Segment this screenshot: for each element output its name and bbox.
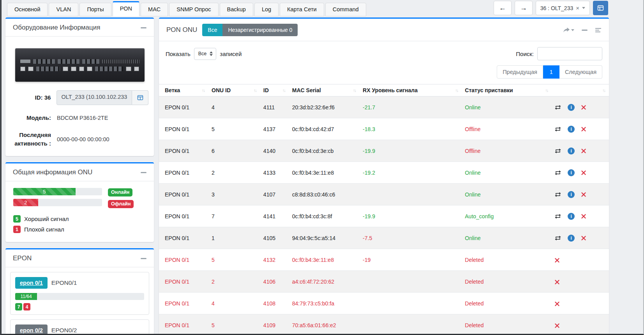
cell-status: Deleted bbox=[462, 293, 552, 314]
tab-log[interactable]: Log bbox=[254, 3, 279, 16]
tab-snmp[interactable]: SNMP Опрос bbox=[169, 3, 218, 16]
epon-0-1-button[interactable]: epon 0/1 bbox=[15, 277, 48, 289]
reregister-icon[interactable] bbox=[555, 105, 561, 110]
header-onu-id[interactable]: ONU ID↑↓ bbox=[208, 84, 260, 96]
cell-mac: 94:04:9c:5c:a5:14 bbox=[289, 227, 360, 249]
bad-signal-label: Плохой сигнал bbox=[24, 226, 64, 233]
cell-id: 4140 bbox=[260, 140, 289, 162]
collapse-icon[interactable] bbox=[582, 30, 588, 31]
device-photo bbox=[5, 37, 154, 90]
clear-icon[interactable]: × bbox=[576, 5, 579, 11]
delete-icon[interactable] bbox=[581, 214, 586, 219]
cell-status: Online bbox=[462, 227, 552, 249]
device-select-value: 36 : OLT_233 bbox=[540, 5, 573, 11]
device-table-button[interactable] bbox=[132, 90, 148, 105]
table-row: EPON 0/1 4 4111 20:3d:b2:32:6e:f6 -21.7 … bbox=[159, 96, 609, 118]
onu-summary-body: 5 2 Онлайн Офлайн bbox=[5, 181, 154, 215]
tab-pon[interactable]: PON bbox=[113, 1, 139, 16]
info-icon[interactable]: i bbox=[568, 213, 575, 220]
header-actions[interactable]: ↑↓ bbox=[552, 84, 609, 96]
delete-icon[interactable] bbox=[555, 258, 559, 263]
collapse-icon[interactable] bbox=[141, 27, 146, 28]
tab-backup[interactable]: Backup bbox=[220, 3, 253, 16]
sort-icon: ↑↓ bbox=[202, 88, 205, 93]
app-window: Основной VLAN Порты PON MAC SNMP Опрос B… bbox=[0, 0, 644, 335]
collapse-icon[interactable] bbox=[141, 258, 146, 259]
delete-icon[interactable] bbox=[581, 170, 586, 175]
table-row: EPON 0/1 3 4107 c8:8d:83:c0:46:c6 Online… bbox=[159, 184, 609, 205]
next-device-button[interactable]: → bbox=[515, 1, 533, 15]
signal-legend: 5 Хороший сигнал 1 Плохой сигнал bbox=[5, 215, 154, 242]
search-input[interactable] bbox=[537, 47, 602, 60]
header-branch[interactable]: Ветка↑↓ bbox=[159, 84, 208, 96]
filter-unregistered-button[interactable]: Незарегистрированные 0 bbox=[222, 24, 298, 36]
tab-vlan[interactable]: VLAN bbox=[49, 3, 78, 16]
pagination-page-1[interactable]: 1 bbox=[543, 65, 559, 79]
cell-rx: -19.2 bbox=[360, 162, 462, 184]
align-left-icon[interactable] bbox=[595, 28, 602, 33]
filter-all-button[interactable]: Все bbox=[202, 24, 222, 36]
tab-ports[interactable]: Порты bbox=[79, 3, 111, 16]
tab-network-map[interactable]: Карта Сети bbox=[280, 3, 324, 16]
header-id[interactable]: ID↑↓ bbox=[260, 84, 289, 96]
reregister-icon[interactable] bbox=[555, 170, 561, 175]
tab-command[interactable]: Command bbox=[325, 3, 366, 16]
tab-mac[interactable]: MAC bbox=[141, 3, 168, 16]
share-dropdown-button[interactable] bbox=[563, 27, 574, 33]
header-status[interactable]: Статус приставки↑↓ bbox=[462, 84, 552, 96]
delete-icon[interactable] bbox=[555, 302, 559, 306]
prev-device-button[interactable]: ← bbox=[494, 1, 512, 15]
device-select[interactable]: 36 : OLT_233 × bbox=[536, 1, 590, 15]
cell-mac: a4:c6:4f:72:20:62 bbox=[289, 271, 360, 293]
pagination: Предыдущая 1 Следующая bbox=[159, 60, 609, 82]
info-icon[interactable]: i bbox=[568, 169, 575, 176]
good-signal-row: 5 Хороший сигнал bbox=[13, 215, 146, 223]
delete-icon[interactable] bbox=[581, 192, 586, 197]
page-title: PON ONU bbox=[166, 26, 197, 34]
cell-rx: -21.7 bbox=[360, 96, 462, 118]
cell-rx: -18.3 bbox=[360, 118, 462, 140]
online-badge: Онлайн bbox=[108, 188, 132, 196]
tab-main[interactable]: Основной bbox=[7, 3, 48, 16]
delete-icon[interactable] bbox=[581, 127, 586, 132]
reregister-icon[interactable] bbox=[555, 148, 561, 154]
delete-icon[interactable] bbox=[581, 105, 586, 110]
cell-onu-id: 4 bbox=[208, 293, 260, 314]
cell-onu-id: 5 bbox=[208, 249, 260, 271]
cell-rx: -19.9 bbox=[360, 205, 462, 227]
reregister-icon[interactable] bbox=[555, 126, 561, 132]
device-name-button[interactable]: OLT_233 (10.100.102.233 bbox=[56, 90, 132, 105]
delete-icon[interactable] bbox=[555, 280, 559, 284]
page-size-value: Все bbox=[198, 51, 207, 56]
epon-0-2-button[interactable]: epon 0/2 bbox=[15, 324, 48, 335]
header-rx[interactable]: RX Уровень сигнала↑↓ bbox=[360, 84, 462, 96]
epon-port-name: EPON0/1 bbox=[51, 279, 77, 286]
delete-icon[interactable] bbox=[555, 323, 559, 328]
pagination-next-button[interactable]: Следующая bbox=[559, 65, 602, 79]
reregister-icon[interactable] bbox=[555, 235, 561, 241]
chevron-down-icon bbox=[582, 7, 585, 9]
delete-icon[interactable] bbox=[581, 236, 586, 240]
cell-rx bbox=[360, 271, 462, 293]
table-icon bbox=[597, 5, 604, 11]
pagination-prev-button[interactable]: Предыдущая bbox=[497, 65, 543, 79]
info-icon[interactable]: i bbox=[568, 126, 575, 133]
table-row-deleted: EPON 0/1 5 4132 0c:f0:b4:3e:11:e8 -19 De… bbox=[159, 249, 609, 271]
status-badges: Онлайн Офлайн bbox=[108, 188, 134, 210]
collapse-icon[interactable] bbox=[141, 172, 146, 173]
cell-onu-id: 5 bbox=[208, 314, 260, 335]
page-size-select[interactable]: Все bbox=[194, 48, 217, 60]
header-mac[interactable]: MAC Serial↑↓ bbox=[289, 84, 360, 96]
sort-icon: ↑↓ bbox=[602, 88, 606, 93]
cell-id: 4133 bbox=[260, 162, 289, 184]
info-icon[interactable]: i bbox=[568, 104, 575, 111]
info-icon[interactable]: i bbox=[568, 191, 575, 198]
info-icon[interactable]: i bbox=[568, 235, 575, 242]
info-icon[interactable]: i bbox=[568, 147, 575, 154]
reregister-icon[interactable] bbox=[555, 214, 561, 219]
cell-onu-id: 4 bbox=[208, 96, 260, 118]
reregister-icon[interactable] bbox=[555, 192, 561, 197]
device-list-button[interactable] bbox=[593, 1, 608, 15]
cell-onu-id: 6 bbox=[208, 140, 260, 162]
delete-icon[interactable] bbox=[581, 149, 586, 153]
